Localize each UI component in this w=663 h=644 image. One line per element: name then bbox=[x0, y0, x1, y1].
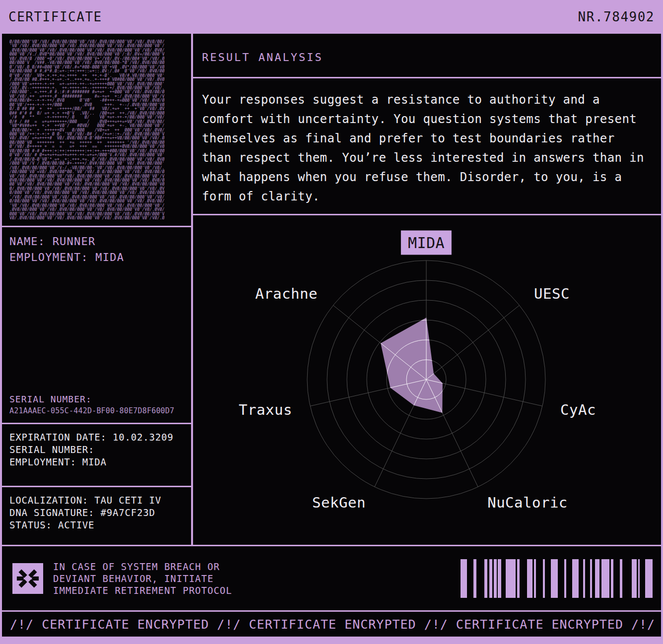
chart-label-mida: MIDA bbox=[401, 231, 452, 255]
barcode-bar bbox=[534, 559, 536, 598]
barcode-bar bbox=[632, 559, 637, 598]
serial-number-label: SERIAL NUMBER: bbox=[9, 393, 184, 406]
asterisk-cross-icon bbox=[16, 567, 39, 590]
dna-signature-line: DNA SIGNATURE: #9A7CF23D bbox=[9, 507, 184, 519]
barcode-bar bbox=[527, 559, 532, 598]
employment-line-2: EMPLOYMENT: MIDA bbox=[9, 456, 184, 468]
analysis-body-panel: Your responses suggest a resistance to a… bbox=[193, 78, 661, 214]
barcode-bar bbox=[564, 559, 566, 598]
id-column: Ø/ØØ/ØØØ'VØ'/VØ/.ØVØ/ØØ/ØØØ'VØ'/VØ/.ØVØ/… bbox=[2, 34, 191, 545]
status-line: STATUS: ACTIVE bbox=[9, 519, 184, 531]
page-title: CERTIFICATE bbox=[8, 9, 102, 24]
serial-block: SERIAL NUMBER: A21AAAEC-055C-442D-BF00-8… bbox=[9, 393, 184, 416]
warning-line-3: IMMEDIATE RETIREMENT PROTOCOL bbox=[53, 584, 232, 596]
radar-chart-panel: MIDA UESC CyAc NuCaloric SekGen Traxus A… bbox=[193, 215, 661, 545]
bottom-strip bbox=[0, 638, 663, 644]
analysis-header-panel: RESULT ANALYSIS bbox=[193, 34, 661, 77]
retirement-protocol-icon bbox=[12, 563, 43, 594]
barcode-bar bbox=[473, 559, 476, 598]
expiration-date-line: EXPIRATION DATE: 10.02.3209 bbox=[9, 431, 184, 444]
barcode-bar bbox=[590, 559, 592, 598]
identity-panel: NAME: RUNNER EMPLOYMENT: MIDA SERIAL NUM… bbox=[2, 227, 191, 423]
identity-lines: NAME: RUNNER EMPLOYMENT: MIDA bbox=[9, 234, 184, 265]
barcode-bar bbox=[551, 559, 558, 598]
ascii-portrait: Ø/ØØ/ØØØ'VØ'/VØ/.ØVØ/ØØ/ØØØ'VØ'/VØ/.ØVØ/… bbox=[9, 40, 191, 220]
name-line: NAME: RUNNER bbox=[9, 234, 184, 250]
barcode-bar bbox=[601, 559, 609, 598]
barcode-bar bbox=[461, 559, 467, 598]
barcode-bar bbox=[517, 559, 520, 598]
encrypted-ticker: /!/ CERTIFICATE ENCRYPTED /!/ CERTIFICAT… bbox=[2, 612, 661, 637]
localization-panel: LOCALIZATION: TAU CETI IV DNA SIGNATURE:… bbox=[2, 487, 191, 545]
barcode-bar bbox=[620, 559, 622, 598]
analysis-title: RESULT ANALYSIS bbox=[202, 51, 323, 64]
employment-line: EMPLOYMENT: MIDA bbox=[9, 250, 184, 265]
barcode-bar bbox=[638, 559, 640, 598]
certificate-frame: Ø/ØØ/ØØØ'VØ'/VØ/.ØVØ/ØØ/ØØØ'VØ'/VØ/.ØVØ/… bbox=[0, 34, 663, 638]
warning-bar: IN CASE OF SYSTEM BREACH OR DEVIANT BEHA… bbox=[2, 546, 661, 610]
chart-label-cyac: CyAc bbox=[560, 401, 596, 418]
warning-text: IN CASE OF SYSTEM BREACH OR DEVIANT BEHA… bbox=[53, 561, 232, 596]
barcode-bar bbox=[543, 559, 545, 598]
certificate-number: NR.784902 bbox=[578, 9, 655, 24]
chart-label-sekgen: SekGen bbox=[312, 494, 366, 511]
analysis-column: RESULT ANALYSIS Your responses suggest a… bbox=[193, 34, 661, 545]
warning-line-1: IN CASE OF SYSTEM BREACH OR bbox=[53, 561, 232, 573]
chart-label-nucaloric: NuCaloric bbox=[487, 494, 568, 511]
barcode-bar bbox=[595, 559, 599, 598]
portrait-panel: Ø/ØØ/ØØØ'VØ'/VØ/.ØVØ/ØØ/ØØØ'VØ'/VØ/.ØVØ/… bbox=[2, 34, 191, 226]
barcode-bar bbox=[484, 559, 487, 598]
warning-line-2: DEVIANT BEHAVIOR, INITIATE bbox=[53, 573, 232, 584]
chart-label-traxus: Traxus bbox=[239, 401, 292, 418]
barcode-bar bbox=[498, 559, 501, 598]
barcode-bar bbox=[611, 559, 613, 598]
certificate-header: CERTIFICATE NR.784902 bbox=[0, 0, 663, 34]
serial-number-line: SERIAL NUMBER: bbox=[9, 444, 184, 456]
serial-number-value: A21AAAEC-055C-442D-BF00-80E7D8F600D7 bbox=[9, 406, 184, 416]
barcode-bar bbox=[572, 559, 579, 598]
analysis-text: Your responses suggest a resistance to a… bbox=[202, 90, 651, 206]
expiration-panel: EXPIRATION DATE: 10.02.3209 SERIAL NUMBE… bbox=[2, 424, 191, 486]
radar-chart-svg bbox=[193, 215, 661, 545]
barcode bbox=[461, 559, 653, 598]
barcode-bar bbox=[645, 559, 653, 598]
barcode-bar bbox=[583, 559, 585, 598]
barcode-bar bbox=[494, 559, 497, 598]
chart-label-arachne: Arachne bbox=[255, 285, 318, 302]
localization-line: LOCALIZATION: TAU CETI IV bbox=[9, 494, 184, 507]
barcode-bar bbox=[489, 559, 492, 598]
barcode-bar bbox=[506, 559, 516, 598]
chart-label-uesc: UESC bbox=[534, 285, 570, 302]
main-area: Ø/ØØ/ØØØ'VØ'/VØ/.ØVØ/ØØ/ØØØ'VØ'/VØ/.ØVØ/… bbox=[2, 34, 661, 545]
ticker-text: /!/ CERTIFICATE ENCRYPTED /!/ CERTIFICAT… bbox=[10, 617, 661, 632]
